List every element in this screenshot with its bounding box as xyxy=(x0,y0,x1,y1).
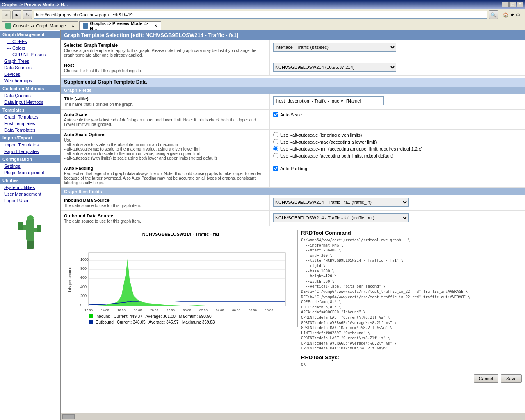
svg-text:08:00: 08:00 xyxy=(249,308,257,312)
host-label: Host xyxy=(64,63,266,68)
svg-text:800: 800 xyxy=(80,267,87,271)
label-col-auto-padding: Auto Padding Pad text so that legend and… xyxy=(61,163,270,187)
svg-point-6 xyxy=(27,215,34,220)
close-button[interactable]: ✕ xyxy=(517,2,523,7)
minimize-button[interactable]: _ xyxy=(502,2,509,7)
title-bar-controls[interactable]: _ □ ✕ xyxy=(502,2,523,7)
horizontal-scrollbar[interactable] xyxy=(61,413,525,420)
sidebar-item-data-input[interactable]: Data Input Methods xyxy=(0,99,60,105)
radio-alt-autoscale[interactable]: Use --alt-autoscale (ignoring given limi… xyxy=(273,132,422,137)
title-bar: Graphs -> Preview Mode -> N... _ □ ✕ xyxy=(0,0,525,9)
rrd-command-code: C:/wamp64/www/cacti/rrdtool/rrdtool.exe … xyxy=(301,237,522,351)
svg-rect-5 xyxy=(37,225,41,232)
legend-outbound: Outbound Current: 348.05 Average: 345.97… xyxy=(89,320,273,324)
sidebar-item-settings[interactable]: Settings xyxy=(0,163,60,169)
svg-text:0: 0 xyxy=(80,303,82,307)
svg-text:400: 400 xyxy=(80,285,87,289)
svg-text:14:00: 14:00 xyxy=(101,308,110,312)
radio-alt-autoscale-min[interactable]: Use --alt-autoscale-min (accepting an up… xyxy=(273,146,422,151)
title-bar-title: Graphs -> Preview Mode -> N... xyxy=(2,2,68,7)
svg-text:02:00: 02:00 xyxy=(199,308,208,312)
sidebar-item-devices[interactable]: Devices xyxy=(0,71,60,78)
sidebar-item-data-queries[interactable]: Data Queries xyxy=(0,92,60,99)
auto-padding-checkbox-label[interactable]: Auto Padding xyxy=(273,166,307,171)
host-select[interactable]: NCHVSGB9ELOSW214 (10.95.37.214) xyxy=(273,63,396,72)
radio-alt-autoscale-max-input[interactable] xyxy=(273,139,278,144)
graph-fields-header: Graph Fields xyxy=(61,87,525,94)
outbound-select[interactable]: NCHVSGB9ELOSW214 - Traffic - fa1 (traffi… xyxy=(273,213,409,222)
auto-scale-checkbox-label[interactable]: Auto Scale xyxy=(273,112,302,117)
auto-scale-radio-group: Use --alt-autoscale (ignoring given limi… xyxy=(273,132,422,158)
save-button[interactable]: Save xyxy=(501,374,522,383)
sidebar-item-colors[interactable]: --- Colors xyxy=(0,45,60,51)
legend-outbound-label: Outbound xyxy=(96,320,114,324)
rrd-says-value: OK xyxy=(301,362,522,368)
form-row-outbound: Outbound Data Source The data source to … xyxy=(61,211,525,226)
refresh-button[interactable]: ↻ xyxy=(23,10,32,19)
label-col-graph-template: Selected Graph Template Choose a graph t… xyxy=(61,40,270,60)
radio-alt-autoscale-min-input[interactable] xyxy=(273,146,278,151)
sidebar-item-export-templates[interactable]: Export Templates xyxy=(0,148,60,155)
graph-item-fields-header: Graph Item Fields xyxy=(61,188,525,195)
tab-close-console[interactable]: ✕ xyxy=(71,24,75,28)
sidebar-item-plugin[interactable]: Plugin Management xyxy=(0,169,60,176)
radio-alt-autoscale-max-label: Use --alt-autoscale-max (accepting a low… xyxy=(280,139,377,144)
star-icon[interactable]: ★ xyxy=(510,12,514,18)
inbound-desc: The data source to use for this graph it… xyxy=(64,203,266,208)
sidebar-item-logout[interactable]: Logout User xyxy=(0,197,60,204)
sidebar-item-gprint[interactable]: --- GPRINT Presets xyxy=(0,51,60,58)
sidebar: Graph Management --- CDEFs --- Colors --… xyxy=(0,30,61,420)
label-col-auto-scale-options: Auto Scale Options Use --alt-autoscale t… xyxy=(61,130,270,163)
sidebar-item-cdefs[interactable]: --- CDEFs xyxy=(0,38,60,45)
chart-legend: Inbound Current: 449.37 Average: 301.00 … xyxy=(66,313,296,325)
sidebar-item-data-sources[interactable]: Data Sources xyxy=(0,64,60,71)
title-label: Title (--title) xyxy=(64,96,266,101)
sidebar-item-graph-trees[interactable]: Graph Trees xyxy=(0,58,60,64)
graph-preview-area: NCHVSGB9ELOSW214 - Traffic - fa1 bits pe… xyxy=(61,226,525,371)
title-input[interactable] xyxy=(273,96,384,105)
sidebar-item-data-templates[interactable]: Data Templates xyxy=(0,127,60,133)
radio-alt-autoscale-both-input[interactable] xyxy=(273,153,278,158)
auto-scale-label: Auto Scale xyxy=(64,112,266,117)
sidebar-item-graph-templates[interactable]: Graph Templates xyxy=(0,114,60,120)
address-bar[interactable] xyxy=(34,11,487,19)
graph-template-select[interactable]: Interface - Traffic (bits/sec) xyxy=(273,43,396,52)
sidebar-header-import-export: Import/Export xyxy=(0,134,60,142)
sidebar-item-import-templates[interactable]: Import Templates xyxy=(0,142,60,148)
scrollbar-thumb[interactable] xyxy=(62,414,75,419)
sidebar-item-host-templates[interactable]: Host Templates xyxy=(0,120,60,127)
svg-marker-22 xyxy=(89,259,285,306)
sidebar-header-utilities: Utilities xyxy=(0,177,60,184)
svg-text:200: 200 xyxy=(80,294,87,298)
forward-button[interactable]: ► xyxy=(12,10,21,19)
maximize-button[interactable]: □ xyxy=(509,2,516,7)
radio-alt-autoscale-both[interactable]: Use --alt-autoscale (accepting both limi… xyxy=(273,153,422,158)
tab-graphs[interactable]: Graphs -> Preview Mode -> N... ✕ xyxy=(79,21,161,30)
auto-padding-desc: Pad text so that legend and graph data a… xyxy=(64,171,266,185)
tab-console[interactable]: Console -> Graph Manage... ✕ xyxy=(2,21,78,30)
outbound-label: Outbound Data Source xyxy=(64,213,266,218)
favorites-area: 🏠 ★ ⚙ xyxy=(500,12,523,18)
sidebar-item-weathermaps[interactable]: Weathermaps xyxy=(0,78,60,84)
tab-close-graphs[interactable]: ✕ xyxy=(154,24,158,28)
rrd-says-title: RRDTool Says: xyxy=(301,354,522,361)
legend-inbound: Inbound Current: 449.37 Average: 301.00 … xyxy=(89,314,273,319)
tools-icon[interactable]: ⚙ xyxy=(516,12,520,18)
svg-text:bits per second: bits per second xyxy=(68,267,72,292)
legend-outbound-color xyxy=(89,320,93,324)
control-col-host: NCHVSGB9ELOSW214 (10.95.37.214) xyxy=(270,60,525,75)
search-button[interactable]: 🔍 xyxy=(489,10,498,19)
sidebar-header-graph-management: Graph Management xyxy=(0,31,60,38)
sidebar-item-system[interactable]: System Utilities xyxy=(0,184,60,191)
radio-alt-autoscale-max[interactable]: Use --alt-autoscale-max (accepting a low… xyxy=(273,139,422,144)
label-col-host: Host Choose the host that this graph bel… xyxy=(61,60,270,75)
back-button[interactable]: ◄ xyxy=(2,10,11,19)
inbound-select[interactable]: NCHVSGB9ELOSW214 - Traffic - fa1 (traffi… xyxy=(273,198,409,207)
home-icon[interactable]: 🏠 xyxy=(503,12,509,18)
auto-padding-checkbox[interactable] xyxy=(273,166,278,171)
sidebar-item-user-mgmt[interactable]: User Management xyxy=(0,191,60,197)
cancel-button[interactable]: Cancel xyxy=(474,374,498,383)
control-col-auto-scale: Auto Scale xyxy=(270,110,525,129)
auto-scale-checkbox[interactable] xyxy=(273,112,278,117)
radio-alt-autoscale-input[interactable] xyxy=(273,132,278,137)
